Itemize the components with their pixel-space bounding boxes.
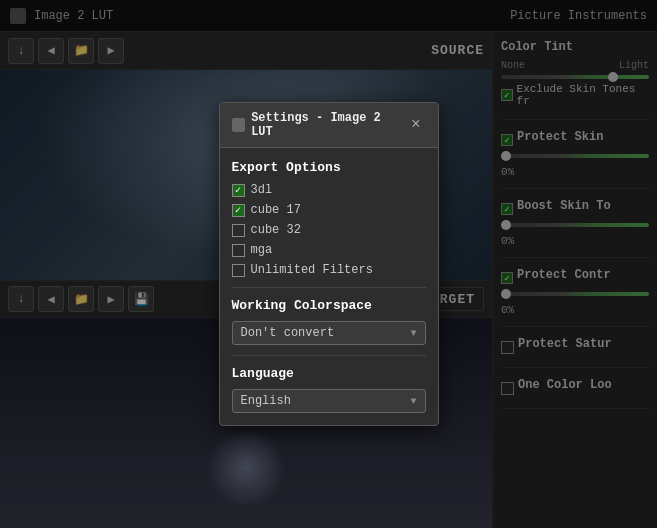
language-title: Language — [232, 366, 426, 381]
export-3dl-label: 3dl — [251, 183, 273, 197]
colorspace-value: Don't convert — [241, 326, 335, 340]
modal-close-button[interactable]: × — [406, 115, 426, 135]
divider-2 — [232, 355, 426, 356]
export-cube17-row: ✓ cube 17 — [232, 203, 426, 217]
language-select[interactable]: English ▼ — [232, 389, 426, 413]
export-cube32-row: cube 32 — [232, 223, 426, 237]
export-3dl-checkbox[interactable]: ✓ — [232, 184, 245, 197]
modal-icon — [232, 118, 246, 132]
export-options-title: Export Options — [232, 160, 426, 175]
colorspace-arrow-icon: ▼ — [410, 328, 416, 339]
export-unlimited-checkbox[interactable] — [232, 264, 245, 277]
export-cube17-label: cube 17 — [251, 203, 301, 217]
export-cube17-checkbox[interactable]: ✓ — [232, 204, 245, 217]
modal-header: Settings - Image 2 LUT × — [220, 103, 438, 148]
export-mga-row: mga — [232, 243, 426, 257]
modal-title: Settings - Image 2 LUT — [251, 111, 406, 139]
divider-1 — [232, 287, 426, 288]
modal-overlay: Settings - Image 2 LUT × Export Options … — [0, 0, 657, 528]
export-mga-label: mga — [251, 243, 273, 257]
export-unlimited-row: Unlimited Filters — [232, 263, 426, 277]
colorspace-title: Working Colorspace — [232, 298, 426, 313]
export-cube32-label: cube 32 — [251, 223, 301, 237]
modal-body: Export Options ✓ 3dl ✓ cube 17 cube 32 m… — [220, 148, 438, 425]
export-cube32-checkbox[interactable] — [232, 224, 245, 237]
export-unlimited-label: Unlimited Filters — [251, 263, 373, 277]
check-3dl: ✓ — [235, 184, 241, 196]
check-cube17: ✓ — [235, 204, 241, 216]
settings-modal: Settings - Image 2 LUT × Export Options … — [219, 102, 439, 426]
colorspace-select[interactable]: Don't convert ▼ — [232, 321, 426, 345]
export-3dl-row: ✓ 3dl — [232, 183, 426, 197]
language-arrow-icon: ▼ — [410, 396, 416, 407]
modal-header-left: Settings - Image 2 LUT — [232, 111, 406, 139]
language-value: English — [241, 394, 291, 408]
export-mga-checkbox[interactable] — [232, 244, 245, 257]
